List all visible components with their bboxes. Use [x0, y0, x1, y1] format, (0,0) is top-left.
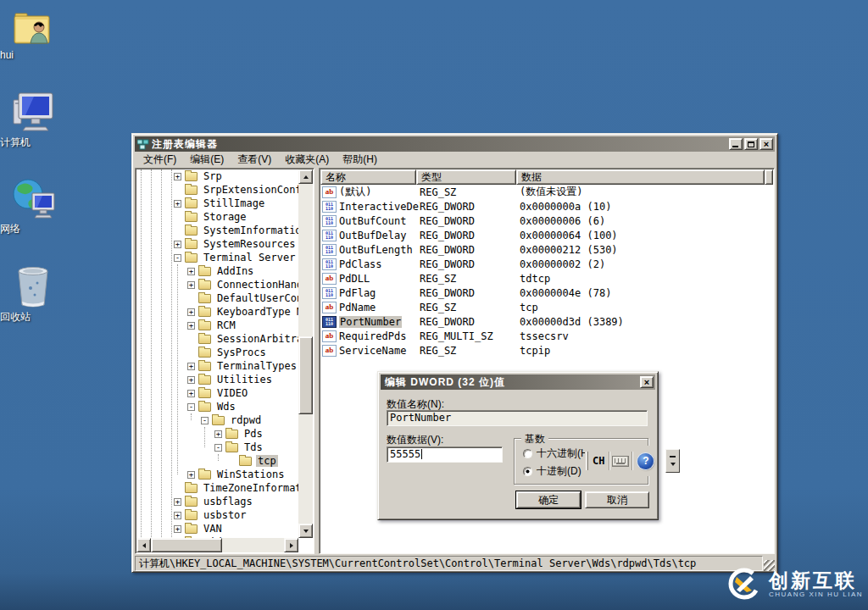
tree-vertical-scrollbar[interactable]	[298, 169, 313, 538]
tree-item-StillImage[interactable]: +StillImage	[136, 197, 298, 210]
menu-item-2[interactable]: 查看(V)	[231, 151, 278, 169]
maximize-button[interactable]	[744, 138, 758, 150]
keyboard-icon[interactable]	[612, 456, 629, 467]
cancel-button[interactable]: 取消	[585, 491, 649, 508]
column-header-1[interactable]: 类型	[416, 169, 516, 185]
value-row-PdClass[interactable]: 011110PdClassREG_DWORD0x00000002 (2)	[320, 257, 759, 271]
horizontal-scroll-thumb[interactable]	[151, 538, 222, 552]
dialog-close-button[interactable]: ×	[640, 376, 654, 388]
value-row-ServiceName[interactable]: abServiceNameREG_SZtcpip	[320, 343, 759, 358]
value-row-PdDLL[interactable]: abPdDLLREG_SZtdtcp	[320, 271, 759, 286]
ime-language-button[interactable]: CH	[591, 455, 606, 467]
ime-drag-handle[interactable]	[586, 452, 588, 470]
scroll-right-button[interactable]	[284, 538, 298, 552]
tree-item-Srp[interactable]: +Srp	[136, 169, 298, 183]
tree-item-TerminalTypes[interactable]: +TerminalTypes	[136, 359, 298, 373]
radio-circle-selected[interactable]	[523, 467, 532, 476]
tree-item-TimeZoneInformation[interactable]: TimeZoneInformation	[136, 481, 298, 495]
collapse-icon[interactable]: -	[187, 403, 195, 411]
value-row-PdFlag[interactable]: 011110PdFlagREG_DWORD0x0000004e (78)	[320, 286, 759, 300]
value-row-OutBufLength[interactable]: 011110OutBufLengthREG_DWORD0x00000212 (5…	[320, 242, 759, 257]
expand-icon[interactable]: +	[187, 471, 195, 479]
expand-icon[interactable]: +	[187, 390, 195, 397]
tree-item-Storage[interactable]: Storage	[136, 210, 298, 224]
tree-item-VAN[interactable]: +VAN	[136, 522, 298, 535]
tree-item-tcp[interactable]: tcp	[136, 454, 298, 468]
tree-item-SrpExtensionConfig[interactable]: SrpExtensionConfig	[136, 183, 298, 197]
expand-icon[interactable]: +	[187, 281, 195, 289]
value-row-OutBufDelay[interactable]: 011110OutBufDelayREG_DWORD0x00000064 (10…	[320, 228, 759, 242]
tree-item-RCM[interactable]: +RCM	[136, 319, 298, 332]
tree-item-KeyboardType Map[interactable]: +KeyboardType Map	[136, 305, 298, 319]
expand-icon[interactable]: +	[174, 173, 181, 180]
tree-item-usbflags[interactable]: +usbflags	[136, 495, 298, 508]
tree-item-SessionArbitrati[interactable]: SessionArbitrati	[136, 332, 298, 346]
ime-language-bar[interactable]: CH ?	[585, 446, 656, 476]
value-row-(默认)[interactable]: ab(默认)REG_SZ(数值未设置)	[320, 185, 759, 199]
menu-item-0[interactable]: 文件(F)	[136, 151, 183, 169]
desktop-icon-recycle-bin[interactable]: 回收站	[0, 263, 66, 308]
tree-item-DefaultUserConfi[interactable]: DefaultUserConfi	[136, 291, 298, 305]
tree-horizontal-scrollbar[interactable]	[136, 538, 298, 552]
tree-item-SystemInformation[interactable]: SystemInformation	[136, 224, 298, 237]
column-header-0[interactable]: 名称	[320, 169, 416, 185]
value-row-PdName[interactable]: abPdNameREG_SZtcp	[320, 300, 759, 314]
tree-item-Utilities[interactable]: +Utilities	[136, 373, 298, 386]
desktop-icon-network[interactable]: 网络	[0, 176, 66, 220]
menu-item-3[interactable]: 收藏夹(A)	[278, 151, 336, 169]
tree-item-ConnectionHandle[interactable]: +ConnectionHandle	[136, 278, 298, 291]
menu-item-4[interactable]: 帮助(H)	[336, 151, 384, 169]
collapse-icon[interactable]: -	[174, 254, 181, 262]
expand-icon[interactable]: +	[174, 525, 181, 533]
ime-options-icon[interactable]	[670, 463, 676, 466]
collapse-icon[interactable]: -	[214, 444, 222, 452]
desktop-icon-hui[interactable]: hui	[0, 8, 66, 47]
radio-circle[interactable]	[523, 449, 532, 458]
expand-icon[interactable]: +	[187, 363, 195, 370]
tree-item-Tds[interactable]: -Tds	[136, 441, 298, 454]
radio-hexadecimal[interactable]: 十六进制(H)	[523, 446, 592, 461]
scroll-up-button[interactable]	[298, 169, 313, 184]
minimize-button[interactable]	[729, 138, 743, 150]
scroll-down-button[interactable]	[298, 524, 313, 538]
expand-icon[interactable]: +	[174, 512, 181, 519]
column-header-2[interactable]: 数据	[516, 169, 765, 185]
vertical-scroll-thumb[interactable]	[298, 336, 313, 414]
dialog-titlebar[interactable]: 编辑 DWORD (32 位)值 ×	[381, 374, 655, 390]
expand-icon[interactable]: +	[174, 200, 181, 208]
regedit-titlebar[interactable]: 注册表编辑器 ×	[135, 136, 775, 152]
tree-item-rdpwd[interactable]: -rdpwd	[136, 413, 298, 427]
scroll-left-button[interactable]	[136, 538, 151, 552]
expand-icon[interactable]: +	[187, 268, 195, 275]
tree-item-AddIns[interactable]: +AddIns	[136, 264, 298, 278]
expand-icon[interactable]: +	[174, 241, 181, 248]
tree-item-Pds[interactable]: +Pds	[136, 427, 298, 441]
tree-item-VIDEO[interactable]: +VIDEO	[136, 386, 298, 400]
value-name-field[interactable]: PortNumber	[387, 410, 648, 426]
tree-item-SysProcs[interactable]: SysProcs	[136, 346, 298, 359]
menu-item-1[interactable]: 编辑(E)	[183, 151, 231, 169]
tree-item-SystemResources[interactable]: +SystemResources	[136, 237, 298, 251]
expand-icon[interactable]: +	[187, 322, 195, 330]
close-button[interactable]: ×	[760, 138, 773, 150]
value-row-OutBufCount[interactable]: 011110OutBufCountREG_DWORD0x00000006 (6)	[320, 214, 759, 228]
expand-icon[interactable]: +	[187, 376, 195, 384]
value-row-PortNumber[interactable]: 011110PortNumberREG_DWORD0x00000d3d (338…	[320, 314, 759, 329]
ime-minimize-box[interactable]	[665, 449, 680, 473]
tree-item-usbstor[interactable]: +usbstor	[136, 508, 298, 522]
tree-item-WinStations[interactable]: +WinStations	[136, 468, 298, 481]
value-data-input[interactable]: 55555	[387, 446, 503, 463]
radio-decimal[interactable]: 十进制(D)	[523, 464, 581, 479]
expand-icon[interactable]: +	[174, 498, 181, 506]
value-row-InteractiveDelay[interactable]: 011110InteractiveDelayREG_DWORD0x0000000…	[320, 199, 759, 214]
expand-icon[interactable]: +	[214, 430, 222, 438]
tree-item-Terminal Server[interactable]: -Terminal Server	[136, 251, 298, 264]
desktop-icon-computer[interactable]: 计算机	[0, 90, 66, 134]
value-row-RequiredPds[interactable]: abRequiredPdsREG_MULTI_SZtssecsrv	[320, 329, 759, 343]
tree-item-Wds[interactable]: -Wds	[136, 400, 298, 413]
ok-button[interactable]: 确定	[516, 491, 581, 508]
ime-minimize-icon[interactable]	[670, 456, 676, 458]
collapse-icon[interactable]: -	[201, 417, 209, 424]
ime-help-button[interactable]: ?	[637, 453, 654, 469]
expand-icon[interactable]: +	[187, 308, 195, 316]
